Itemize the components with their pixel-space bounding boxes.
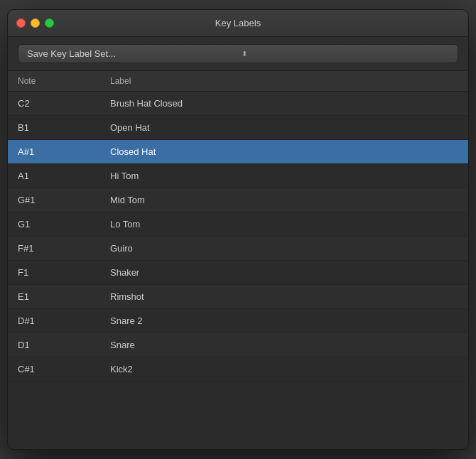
table-row[interactable]: F#1Guiro	[8, 237, 468, 261]
table-row[interactable]: C#1Kick2	[8, 357, 468, 382]
key-labels-window: Key Labels Save Key Label Set... ⬍ Note …	[7, 9, 469, 450]
cell-note: F#1	[8, 237, 100, 260]
cell-note: D1	[8, 333, 100, 357]
window-title: Key Labels	[215, 18, 261, 28]
cell-note: C#1	[8, 357, 100, 381]
table-row[interactable]: F1Shaker	[8, 261, 468, 285]
cell-label: Shaker	[100, 261, 468, 284]
cell-note: E1	[8, 285, 100, 308]
table-header: Note Label	[8, 71, 468, 92]
column-header-label: Label	[100, 71, 468, 91]
maximize-button[interactable]	[45, 18, 54, 28]
cell-note: B1	[8, 116, 100, 139]
cell-note: D#1	[8, 309, 100, 333]
key-labels-table: Note Label C2Brush Hat ClosedB1Open HatA…	[8, 71, 468, 449]
cell-label: Hi Tom	[100, 164, 468, 188]
cell-label: Snare	[100, 333, 468, 357]
table-row[interactable]: G1Lo Tom	[8, 212, 468, 237]
cell-note: C2	[8, 92, 100, 115]
cell-note: A#1	[8, 140, 100, 163]
minimize-button[interactable]	[31, 18, 40, 28]
cell-note: G#1	[8, 188, 100, 212]
table-row[interactable]: D1Snare	[8, 333, 468, 357]
table-body[interactable]: C2Brush Hat ClosedB1Open HatA#1Closed Ha…	[8, 92, 468, 449]
titlebar: Key Labels	[8, 10, 468, 37]
traffic-lights	[16, 18, 54, 28]
cell-label: Mid Tom	[100, 188, 468, 212]
cell-note: G1	[8, 212, 100, 236]
table-row[interactable]: A#1Closed Hat	[8, 140, 468, 164]
close-button[interactable]	[16, 18, 26, 28]
table-row[interactable]: E1Rimshot	[8, 285, 468, 309]
table-row[interactable]: D#1Snare 2	[8, 309, 468, 333]
dropdown-label: Save Key Label Set...	[27, 48, 236, 59]
table-row[interactable]: G#1Mid Tom	[8, 188, 468, 212]
cell-label: Guiro	[100, 237, 468, 260]
cell-note: A1	[8, 164, 100, 188]
table-row[interactable]: B1Open Hat	[8, 116, 468, 140]
table-row[interactable]: C2Brush Hat Closed	[8, 92, 468, 116]
cell-label: Kick2	[100, 357, 468, 381]
cell-label: Lo Tom	[100, 212, 468, 236]
table-row[interactable]: A1Hi Tom	[8, 164, 468, 188]
save-key-label-set-dropdown[interactable]: Save Key Label Set... ⬍	[18, 44, 458, 63]
column-header-note: Note	[8, 71, 100, 91]
cell-label: Rimshot	[100, 285, 468, 308]
cell-note: F1	[8, 261, 100, 284]
toolbar: Save Key Label Set... ⬍	[8, 37, 468, 71]
cell-label: Open Hat	[100, 116, 468, 139]
cell-label: Closed Hat	[100, 140, 468, 163]
cell-label: Brush Hat Closed	[100, 92, 468, 115]
cell-label: Snare 2	[100, 309, 468, 333]
chevron-down-icon: ⬍	[242, 50, 450, 58]
